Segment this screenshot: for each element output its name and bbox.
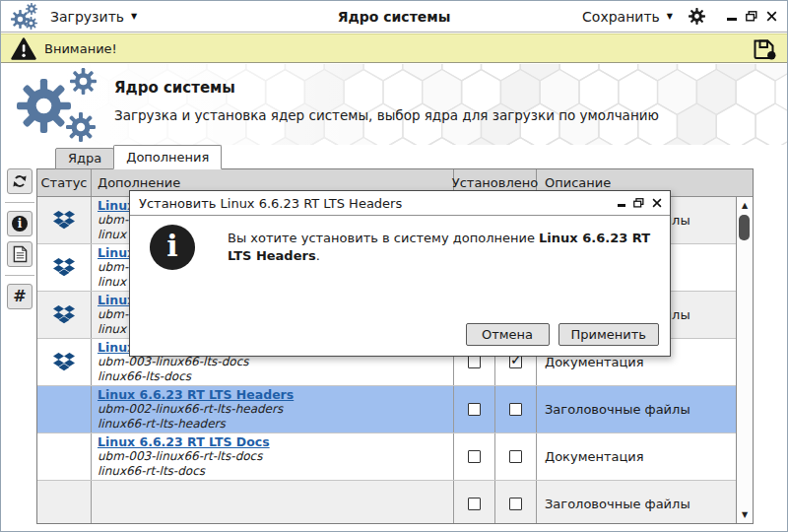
warning-label: Внимание! xyxy=(44,41,117,56)
document-button[interactable] xyxy=(7,241,33,267)
status-cell xyxy=(37,292,92,338)
table-scrollbar[interactable]: ▲ ▼ xyxy=(736,197,753,523)
dropbox-icon xyxy=(53,211,75,231)
tab-addons[interactable]: Дополнения xyxy=(113,145,222,169)
addon-cell: Linux 6.6.23 RT LTS Docs ubm-003-linux66… xyxy=(92,433,454,480)
save-menu-label: Сохранить xyxy=(582,9,660,25)
addon-package-id: ubm-002-linux66-rt-lts-headers xyxy=(98,402,283,417)
dropbox-icon xyxy=(53,305,75,325)
installed-checkbox[interactable] xyxy=(509,356,522,368)
checkbox-cell xyxy=(454,481,495,524)
settings-gear-icon[interactable] xyxy=(689,8,705,25)
addon-package-id: ubm-003-linux66-lts-docs xyxy=(98,355,249,369)
installed-checkbox[interactable] xyxy=(468,356,481,368)
install-dialog: Установить Linux 6.6.23 RT LTS Headers i… xyxy=(129,190,671,357)
save-file-button[interactable] xyxy=(752,36,777,60)
dialog-titlebar: Установить Linux 6.6.23 RT LTS Headers xyxy=(130,191,670,216)
checkbox-cell xyxy=(454,433,495,480)
installed-checkbox[interactable] xyxy=(509,450,522,463)
status-cell xyxy=(37,197,92,243)
addon-package-id: ubm- xyxy=(98,307,128,322)
addon-cell xyxy=(92,481,454,524)
addon-name-link[interactable]: Linux 6.6.23 RT LTS Headers xyxy=(98,387,294,402)
status-cell xyxy=(37,481,92,524)
scroll-up-button[interactable]: ▲ xyxy=(737,198,753,213)
addon-short-id: linux xyxy=(98,228,126,242)
floppy-save-icon xyxy=(752,36,777,60)
description-cell: Заголовочные файлы xyxy=(537,481,736,524)
scroll-down-button[interactable]: ▼ xyxy=(737,507,753,522)
addon-name-link[interactable]: Linux 6.6.23 RT LTS Docs xyxy=(98,434,270,449)
hash-icon: # xyxy=(13,289,26,304)
addon-short-id: linux66-rt-lts-headers xyxy=(98,417,226,432)
dialog-body: i Вы хотите установить в систему дополне… xyxy=(130,216,670,270)
close-button[interactable] xyxy=(766,11,777,22)
addon-package-id: ubm- xyxy=(98,213,128,228)
hero-header: Ядро системы Загрузка и установка ядер с… xyxy=(1,64,787,145)
column-header-status[interactable]: Статус xyxy=(37,169,92,196)
restore-button[interactable] xyxy=(746,11,757,22)
cancel-button[interactable]: Отмена xyxy=(466,323,550,346)
tab-kernels[interactable]: Ядра xyxy=(55,148,114,169)
dialog-message-text: Вы хотите установить в систему дополнени… xyxy=(228,231,539,245)
titlebar: Загрузить ▼ Ядро системы Сохранить ▼ xyxy=(1,1,787,33)
refresh-button[interactable] xyxy=(7,168,33,194)
checkbox-cell xyxy=(495,386,537,432)
table-row[interactable]: Заголовочные файлы xyxy=(37,481,736,524)
description-cell: Документация xyxy=(537,433,736,480)
addon-package-id: ubm-003-linux66-rt-lts-docs xyxy=(98,449,262,464)
dropbox-icon xyxy=(53,353,75,372)
dialog-message-period: . xyxy=(316,248,320,263)
addon-short-id: linux xyxy=(98,322,126,337)
installed-checkbox[interactable] xyxy=(509,498,522,510)
page-subtitle: Загрузка и установка ядер системы, выбор… xyxy=(114,107,659,123)
app-gears-icon xyxy=(11,3,40,31)
page-title: Ядро системы xyxy=(114,79,659,97)
sidebar-divider xyxy=(5,275,34,276)
document-icon xyxy=(13,245,28,263)
info-icon: i xyxy=(12,216,28,232)
status-cell xyxy=(37,433,92,480)
refresh-icon xyxy=(11,172,29,190)
sidebar-divider xyxy=(5,202,34,203)
table-row[interactable]: Linux 6.6.23 RT LTS Headers ubm-002-linu… xyxy=(37,386,736,433)
scroll-thumb[interactable] xyxy=(739,215,750,240)
sidebar: i # xyxy=(4,168,35,314)
hero-gears-icon xyxy=(15,68,105,143)
installed-checkbox[interactable] xyxy=(509,403,522,416)
info-button[interactable]: i xyxy=(7,211,33,236)
addon-short-id: linux66-rt-lts-docs xyxy=(98,464,205,479)
checkbox-cell xyxy=(495,433,537,480)
apply-button[interactable]: Применить xyxy=(558,323,659,346)
status-cell xyxy=(37,244,92,291)
chevron-down-icon: ▼ xyxy=(667,12,673,21)
app-window: Загрузить ▼ Ядро системы Сохранить ▼ xyxy=(0,0,788,532)
description-cell: Заголовочные файлы xyxy=(537,386,736,432)
load-menu-label: Загрузить xyxy=(50,9,124,25)
addon-short-id: linux xyxy=(98,275,126,290)
installed-checkbox[interactable] xyxy=(468,498,481,510)
tab-bar: Ядра Дополнения xyxy=(55,145,221,169)
addon-package-id: ubm- xyxy=(98,260,128,275)
dialog-info-icon: i xyxy=(150,225,195,270)
dialog-close-button[interactable] xyxy=(652,198,662,208)
dialog-minimize-button[interactable] xyxy=(618,204,625,207)
status-cell xyxy=(37,339,92,385)
addon-short-id: linux66-lts-docs xyxy=(98,369,191,384)
table-row[interactable]: Linux 6.6.23 RT LTS Docs ubm-003-linux66… xyxy=(37,433,736,481)
checkbox-cell xyxy=(454,386,495,432)
dialog-title: Установить Linux 6.6.23 RT LTS Headers xyxy=(139,196,402,211)
chevron-down-icon: ▼ xyxy=(131,12,137,21)
dialog-restore-button[interactable] xyxy=(633,198,644,208)
minimize-button[interactable] xyxy=(727,18,737,21)
hash-button[interactable]: # xyxy=(7,284,33,309)
load-menu[interactable]: Загрузить ▼ xyxy=(50,9,137,25)
dialog-message: Вы хотите установить в систему дополнени… xyxy=(228,230,654,265)
addon-cell: Linux 6.6.23 RT LTS Headers ubm-002-linu… xyxy=(92,386,454,432)
installed-checkbox[interactable] xyxy=(468,403,481,416)
warning-bar: Внимание! xyxy=(1,33,787,63)
dropbox-icon xyxy=(53,258,75,278)
save-menu[interactable]: Сохранить ▼ xyxy=(582,9,673,25)
warning-icon xyxy=(11,37,36,60)
installed-checkbox[interactable] xyxy=(468,450,481,463)
